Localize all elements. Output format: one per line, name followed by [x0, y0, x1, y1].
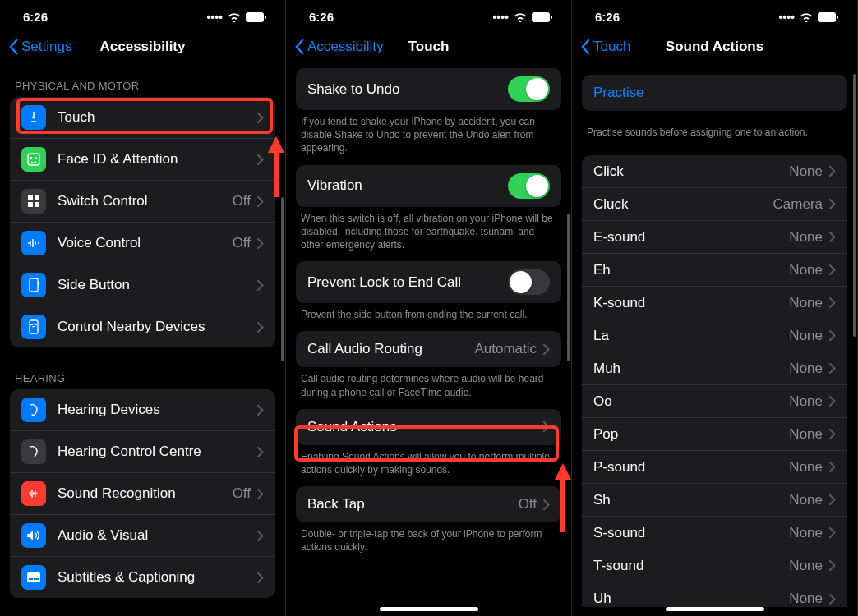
settings-row[interactable]: Side Button	[10, 264, 275, 306]
settings-row[interactable]: Control Nearby Devices	[10, 306, 275, 347]
nav-header: Settings Accessibility	[0, 29, 285, 65]
svg-rect-12	[27, 572, 40, 582]
sound-label: La	[593, 328, 789, 344]
settings-row[interactable]: Prevent Lock to End Call	[296, 261, 561, 303]
back-button[interactable]: Touch	[580, 39, 630, 55]
status-bar: 6:26 ••••	[0, 0, 285, 29]
scroll-track	[853, 74, 856, 600]
chevron-right-icon	[257, 572, 264, 583]
settings-row[interactable]: Call Audio RoutingAutomatic	[296, 331, 561, 367]
touch-pane: 6:26 •••• Accessibility Touch Shake to U…	[286, 0, 572, 616]
chevron-right-icon	[829, 166, 836, 177]
section-header-physical: PHYSICAL AND MOTOR	[0, 65, 285, 97]
settings-row[interactable]: Sound Actions	[296, 409, 561, 445]
cell-dots-icon: ••••	[492, 11, 509, 24]
settings-row[interactable]: Hearing Devices	[10, 389, 275, 431]
svg-rect-1	[265, 16, 266, 19]
sound-row[interactable]: MuhNone	[582, 352, 847, 385]
sound-row[interactable]: K-soundNone	[582, 287, 847, 319]
toggle-switch[interactable]	[508, 173, 550, 199]
row-label: Control Nearby Devices	[58, 319, 257, 335]
settings-row[interactable]: Hearing Control Centre	[10, 431, 275, 473]
chevron-right-icon	[543, 344, 550, 355]
back-label: Touch	[593, 39, 630, 55]
sound-detail: None	[789, 459, 823, 476]
sound-row[interactable]: ShNone	[582, 484, 847, 517]
sound-row[interactable]: E-soundNone	[582, 221, 847, 254]
sound-row[interactable]: UhNone	[582, 582, 847, 607]
sound-row[interactable]: T-soundNone	[582, 549, 847, 582]
toggle-switch[interactable]	[508, 76, 550, 102]
sound-row[interactable]: LaNone	[582, 319, 847, 352]
sound-label: Oo	[593, 393, 789, 410]
settings-row[interactable]: Face ID & Attention	[10, 139, 275, 181]
sound-label: T-sound	[593, 558, 789, 574]
sound-row[interactable]: EhNone	[582, 254, 847, 287]
row-detail: Off	[233, 485, 251, 502]
hearing-devices-icon	[21, 398, 46, 422]
wifi-icon	[800, 12, 813, 22]
sound-row[interactable]: P-soundNone	[582, 451, 847, 484]
svg-rect-19	[837, 16, 838, 19]
chevron-left-icon	[8, 39, 18, 55]
svg-rect-5	[28, 195, 33, 200]
nearby-devices-icon	[21, 315, 46, 339]
sound-row[interactable]: ClickNone	[582, 155, 847, 188]
sound-detail: None	[789, 558, 823, 574]
sound-label: Uh	[593, 591, 789, 607]
sound-row[interactable]: PopNone	[582, 418, 847, 451]
svg-rect-14	[34, 578, 39, 580]
toggle-switch[interactable]	[508, 269, 550, 295]
practise-row[interactable]: Practise	[582, 75, 847, 111]
chevron-right-icon	[829, 462, 836, 472]
row-label: Switch Control	[58, 193, 233, 209]
chevron-right-icon	[829, 363, 836, 374]
settings-row[interactable]: Voice ControlOff	[10, 223, 275, 264]
row-label: Prevent Lock to End Call	[307, 274, 508, 291]
svg-rect-16	[532, 12, 550, 22]
scroll-thumb[interactable]	[567, 214, 570, 361]
sound-detail: None	[789, 295, 823, 311]
chevron-right-icon	[257, 154, 264, 165]
row-label: Vibration	[307, 177, 508, 194]
scroll-thumb[interactable]	[853, 74, 856, 337]
svg-point-3	[30, 157, 32, 159]
scroll-thumb[interactable]	[281, 197, 284, 361]
settings-row[interactable]: Touch	[10, 97, 275, 139]
side-button-icon	[21, 273, 46, 297]
battery-icon	[818, 12, 839, 22]
audio-visual-icon	[21, 523, 46, 548]
status-icons: ••••	[778, 11, 839, 24]
settings-row[interactable]: Vibration	[296, 165, 561, 207]
battery-icon	[532, 12, 553, 22]
sound-detail: None	[789, 163, 823, 180]
settings-row[interactable]: Audio & Visual	[10, 515, 275, 557]
status-time: 6:26	[309, 10, 334, 24]
sound-detail: None	[789, 328, 823, 344]
settings-row[interactable]: Subtitles & Captioning	[10, 557, 275, 598]
settings-row[interactable]: Sound RecognitionOff	[10, 473, 275, 515]
sound-label: Eh	[593, 262, 789, 278]
chevron-right-icon	[829, 527, 836, 538]
row-footer: Enabling Sound Actions will allow you to…	[286, 445, 571, 486]
sound-row[interactable]: S-soundNone	[582, 517, 847, 549]
settings-row[interactable]: Shake to Undo	[296, 68, 561, 110]
home-indicator[interactable]	[380, 607, 478, 611]
sound-row[interactable]: CluckCamera	[582, 188, 847, 221]
page-title: Sound Actions	[666, 39, 763, 55]
chevron-right-icon	[257, 322, 264, 333]
sound-recognition-icon	[21, 481, 46, 506]
settings-row[interactable]: Switch ControlOff	[10, 181, 275, 223]
back-button[interactable]: Settings	[8, 39, 72, 55]
settings-row[interactable]: Back TapOff	[296, 486, 561, 522]
back-button[interactable]: Accessibility	[294, 39, 384, 55]
chevron-right-icon	[257, 531, 264, 541]
row-label: Sound Actions	[307, 419, 543, 435]
chevron-right-icon	[829, 264, 836, 275]
status-bar: 6:26 ••••	[572, 0, 857, 29]
chevron-right-icon	[543, 421, 550, 432]
page-title: Touch	[408, 39, 450, 55]
svg-rect-8	[35, 202, 39, 207]
home-indicator[interactable]	[666, 607, 764, 611]
sound-row[interactable]: OoNone	[582, 385, 847, 418]
